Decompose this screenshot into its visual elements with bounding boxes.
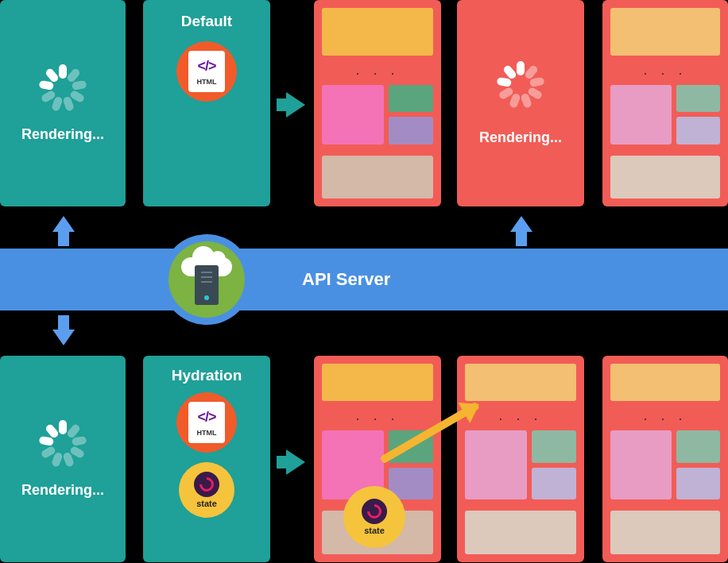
layout-block: [610, 511, 720, 554]
top-rendering-card: Rendering...: [0, 0, 126, 206]
layout-block: [610, 8, 720, 56]
code-icon: </>: [197, 58, 215, 75]
state-label: state: [364, 526, 385, 535]
ellipsis-label: . . .: [322, 62, 433, 79]
default-title: Default: [181, 13, 232, 30]
spinner-icon: [497, 61, 544, 109]
code-icon: </>: [197, 409, 215, 426]
arrow-up-icon: [510, 216, 532, 232]
state-label: state: [196, 499, 217, 508]
layout-block: [322, 85, 384, 145]
layout-block: [610, 364, 720, 401]
hydration-card: Hydration </> HTML state: [143, 356, 270, 562]
html-text: HTML: [197, 429, 217, 437]
rendering-preview-card: Rendering...: [457, 0, 584, 206]
spinner-icon: [39, 64, 87, 112]
layout-block: [322, 8, 433, 56]
rendering-label: Rendering...: [479, 129, 562, 146]
state-badge-icon: state: [343, 486, 405, 548]
bottom-rendering-card: Rendering...: [0, 356, 126, 562]
layout-block: [322, 364, 433, 401]
html-text: HTML: [197, 78, 217, 86]
layout-block: [465, 364, 576, 401]
layout-preview-card-2: . . .: [602, 0, 728, 206]
layout-block: [532, 430, 576, 462]
api-server-label: API Server: [302, 269, 390, 290]
layout-block: [465, 511, 576, 554]
layout-block: [532, 468, 576, 499]
layout-preview-card-4: . . .: [457, 356, 584, 562]
layout-block: [676, 430, 720, 462]
layout-preview-card-1: . . .: [314, 0, 441, 206]
rendering-label: Rendering...: [21, 126, 104, 143]
arrow-up-icon: [52, 216, 75, 232]
ellipsis-label: . . .: [610, 62, 720, 79]
floating-state-badge: state: [343, 486, 405, 548]
layout-block: [676, 85, 720, 113]
layout-block: [610, 156, 720, 199]
default-card: Default </> HTML: [143, 0, 270, 206]
ngrx-icon: [362, 499, 387, 524]
arrow-right-icon: [286, 92, 305, 118]
layout-block: [676, 117, 720, 145]
layout-block: [465, 430, 527, 499]
arrow-right-icon: [286, 449, 305, 475]
state-badge-icon: state: [179, 462, 234, 518]
arrow-down-icon: [52, 330, 75, 345]
layout-block: [322, 156, 433, 199]
rendering-label: Rendering...: [21, 482, 104, 499]
ellipsis-label: . . .: [610, 407, 720, 424]
layout-block: [676, 468, 720, 499]
api-server-bar: API Server: [0, 249, 728, 310]
cloud-server-icon: [161, 234, 252, 325]
html-badge-icon: </> HTML: [176, 41, 237, 102]
layout-block: [610, 85, 672, 145]
layout-preview-card-5: . . .: [602, 356, 728, 562]
hydration-title: Hydration: [172, 367, 242, 384]
layout-block: [389, 85, 433, 113]
html-badge-icon: </> HTML: [176, 392, 237, 453]
layout-block: [389, 117, 433, 145]
ngrx-icon: [194, 472, 219, 497]
ellipsis-label: . . .: [322, 407, 433, 424]
spinner-icon: [39, 420, 87, 468]
layout-block: [610, 430, 672, 499]
